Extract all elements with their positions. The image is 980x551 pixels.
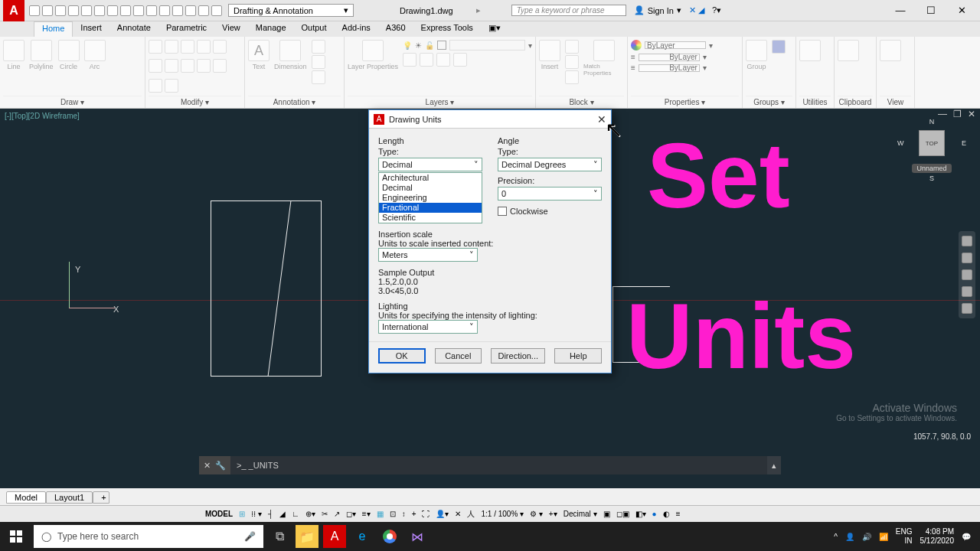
clockwise-checkbox[interactable]: Clockwise <box>498 207 602 216</box>
autocad-icon[interactable]: A <box>323 525 346 548</box>
qa-undo-icon[interactable] <box>94 5 105 16</box>
sb-icon[interactable]: ✕ <box>455 510 461 518</box>
viewport-label[interactable]: [-][Top][2D Wireframe] <box>5 112 80 120</box>
viewcube[interactable]: N W E TOP S Unnamed <box>897 116 966 201</box>
sb-units[interactable]: Decimal ▾ <box>564 510 597 518</box>
viewcube-top[interactable]: TOP <box>919 130 945 156</box>
sb-icon[interactable]: ⊡ <box>390 510 396 518</box>
sb-icon[interactable]: ▦ <box>377 510 384 518</box>
sb-icon[interactable]: ◧▾ <box>635 510 646 518</box>
sb-icon[interactable]: ↕ <box>402 510 406 518</box>
cmd-expand-icon[interactable]: ▴ <box>767 461 781 471</box>
sb-model[interactable]: MODEL <box>205 510 233 518</box>
sb-grid-icon[interactable]: ⊞ <box>239 510 245 518</box>
qa-icon[interactable] <box>133 5 144 16</box>
sb-icon[interactable]: ⛶ <box>422 510 430 518</box>
sb-cloud-icon[interactable]: ● <box>652 510 657 518</box>
cmd-close-icon[interactable]: ✕ <box>204 461 211 471</box>
sb-icon[interactable]: ≡▾ <box>362 510 371 518</box>
sb-icon[interactable]: ✂ <box>322 510 328 518</box>
insertion-scale-select[interactable]: Meters˅ <box>378 248 478 262</box>
length-type-select[interactable]: Decimal˅ <box>378 158 482 171</box>
dialog-close-button[interactable]: ✕ <box>597 113 606 126</box>
tray-notifications-icon[interactable]: 💬 <box>962 533 971 541</box>
opt-fractional[interactable]: Fractional <box>379 203 482 213</box>
angle-precision-select[interactable]: 0˅ <box>498 187 602 201</box>
tool-circle[interactable]: Circle <box>58 40 80 70</box>
panel-draw-title[interactable]: Draw ▾ <box>3 96 142 108</box>
tray-people-icon[interactable]: 👤 <box>845 533 854 541</box>
nav-showmotion-icon[interactable] <box>962 303 972 314</box>
tool-insert[interactable]: Insert <box>539 40 560 70</box>
panel-annotation-title[interactable]: Annotation ▾ <box>248 96 341 108</box>
window-minimize-button[interactable]: — <box>885 2 916 20</box>
tab-insert[interactable]: Insert <box>73 21 109 37</box>
help-icon[interactable]: ?▾ <box>712 5 721 15</box>
panel-groups-title[interactable]: Groups ▾ <box>746 96 792 108</box>
mic-icon[interactable]: 🎤 <box>244 531 256 542</box>
help-search-input[interactable]: Type a keyword or phrase <box>511 5 626 16</box>
tab-output[interactable]: Output <box>294 21 335 37</box>
signin-button[interactable]: 👤 Sign In ▾ <box>634 5 681 15</box>
qa-icon[interactable] <box>198 5 209 16</box>
qa-icon[interactable] <box>159 5 170 16</box>
qa-new-icon[interactable] <box>29 5 40 16</box>
tab-view[interactable]: View <box>214 21 248 37</box>
sb-menu-icon[interactable]: ≡ <box>676 510 681 518</box>
panel-block-title[interactable]: Block ▾ <box>539 96 624 108</box>
tab-focus-icon[interactable]: ▣▾ <box>481 21 508 37</box>
start-button[interactable] <box>3 525 29 548</box>
qa-icon[interactable] <box>172 5 183 16</box>
nav-zoom-icon[interactable] <box>962 269 972 280</box>
opt-scientific[interactable]: Scientific <box>379 213 482 223</box>
layout-model[interactable]: Model <box>6 491 46 504</box>
tool-group[interactable]: Group <box>746 40 767 70</box>
sb-ortho-icon[interactable]: ∟ <box>292 510 299 518</box>
tab-addins[interactable]: Add-ins <box>335 21 378 37</box>
qa-open-icon[interactable] <box>42 5 53 16</box>
chrome-icon[interactable] <box>378 525 401 548</box>
panel-layers-title[interactable]: Layers ▾ <box>348 96 532 108</box>
help-button[interactable]: Help <box>554 348 602 364</box>
direction-button[interactable]: Direction... <box>491 348 545 364</box>
tray-lang[interactable]: ENGIN <box>896 527 913 546</box>
qa-saveas-icon[interactable] <box>68 5 79 16</box>
panel-modify-title[interactable]: Modify ▾ <box>149 96 241 108</box>
sb-icon[interactable]: 人 <box>467 509 475 520</box>
command-line[interactable]: ✕🔧 >_ _UNITS ▴ <box>199 456 781 474</box>
window-maximize-button[interactable]: ☐ <box>916 2 946 20</box>
sb-icon[interactable]: ◻▣ <box>616 510 629 518</box>
qa-icon[interactable] <box>211 5 222 16</box>
sb-icon[interactable]: ◐ <box>663 510 670 518</box>
tool-arc[interactable]: Arc <box>84 40 106 70</box>
qa-icon[interactable] <box>120 5 131 16</box>
tab-parametric[interactable]: Parametric <box>158 21 214 37</box>
qa-save-icon[interactable] <box>55 5 66 16</box>
sb-icon[interactable]: + <box>412 510 416 518</box>
tray-volume-icon[interactable]: 📶 <box>879 533 888 541</box>
workspace-dropdown[interactable]: Drafting & Annotation▾ <box>228 4 354 17</box>
ok-button[interactable]: OK <box>378 348 426 364</box>
explorer-icon[interactable]: 📁 <box>296 525 318 548</box>
vs-icon[interactable]: ⋈ <box>406 525 429 548</box>
window-close-button[interactable]: ✕ <box>946 2 977 20</box>
sb-snap-icon[interactable]: ⁞⁞ ▾ <box>251 510 262 518</box>
nav-wheel-icon[interactable] <box>962 236 972 246</box>
task-view-icon[interactable]: ⧉ <box>268 525 291 548</box>
qa-icon[interactable] <box>146 5 157 16</box>
nav-pan-icon[interactable] <box>962 253 972 263</box>
sb-scale[interactable]: 1:1 / 100% ▾ <box>481 510 524 518</box>
edge-icon[interactable]: e <box>351 525 374 548</box>
sb-icon[interactable]: ┤ <box>268 510 273 518</box>
cancel-button[interactable]: Cancel <box>435 348 482 364</box>
nav-orbit-icon[interactable] <box>962 286 972 297</box>
layout-add[interactable]: + <box>93 491 109 504</box>
tool-match[interactable]: Match Properties <box>583 40 624 77</box>
layout-layout1[interactable]: Layout1 <box>46 491 93 504</box>
viewcube-ucs-label[interactable]: Unnamed <box>912 164 951 173</box>
exchange-icon[interactable]: ✕ ◢ <box>689 5 704 15</box>
qa-redo-icon[interactable] <box>107 5 118 16</box>
sb-icon[interactable]: ◢ <box>279 510 286 518</box>
sb-icon[interactable]: +▾ <box>549 510 557 518</box>
sb-polar-icon[interactable]: ⊕▾ <box>305 510 315 518</box>
